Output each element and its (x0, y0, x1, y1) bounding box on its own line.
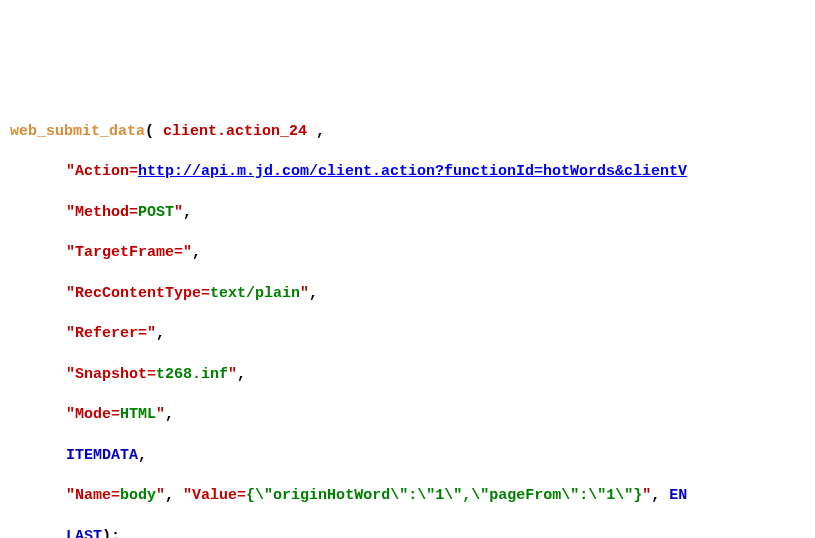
keyword-truncated: EN (669, 487, 687, 504)
param-value: text/plain (210, 285, 300, 302)
keyword: ITEMDATA (66, 447, 138, 464)
param-value: POST (138, 204, 174, 221)
code-line: "Snapshot=t268.inf", (0, 365, 815, 385)
function-name: web_submit_data (10, 123, 145, 140)
code-line: ITEMDATA, (0, 446, 815, 466)
param-key: Name= (75, 487, 120, 504)
param-key: Action= (75, 163, 138, 180)
param-key: Value= (192, 487, 246, 504)
param-value: HTML (120, 406, 156, 423)
code-line: web_submit_data( client.action_24 , (0, 122, 815, 142)
code-line: "Referer=", (0, 324, 815, 344)
code-line: "Name=body", "Value={\"originHotWord\":\… (0, 486, 815, 506)
param-value: t268.inf (156, 366, 228, 383)
param-key: RecContentType= (75, 285, 210, 302)
code-line: LAST); (0, 527, 815, 539)
param-key: Referer= (75, 325, 147, 342)
string-arg: client.action_24 (163, 123, 307, 140)
code-line: "Mode=HTML", (0, 405, 815, 425)
code-line: "Action=http://api.m.jd.com/client.actio… (0, 162, 815, 182)
keyword: LAST (66, 528, 102, 539)
param-key: TargetFrame= (75, 244, 183, 261)
code-line: "Method=POST", (0, 203, 815, 223)
url-link[interactable]: http://api.m.jd.com/client.action?functi… (138, 163, 687, 180)
param-value: body (120, 487, 156, 504)
code-line: "TargetFrame=", (0, 243, 815, 263)
param-key: Method= (75, 204, 138, 221)
code-line: "RecContentType=text/plain", (0, 284, 815, 304)
param-value: {\"originHotWord\":\"1\",\"pageFrom\":\"… (246, 487, 642, 504)
param-key: Snapshot= (75, 366, 156, 383)
code-block: web_submit_data( client.action_24 , "Act… (0, 81, 815, 538)
param-key: Mode= (75, 406, 120, 423)
